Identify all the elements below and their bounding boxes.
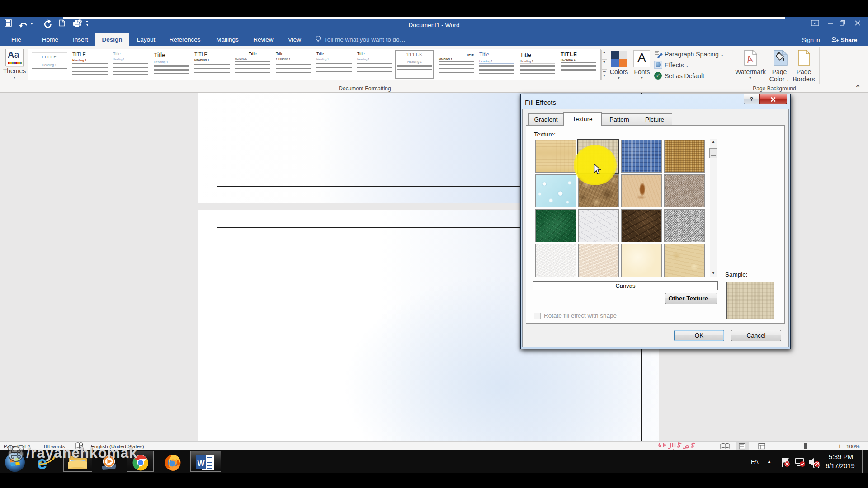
svg-text:W: W — [198, 459, 205, 468]
